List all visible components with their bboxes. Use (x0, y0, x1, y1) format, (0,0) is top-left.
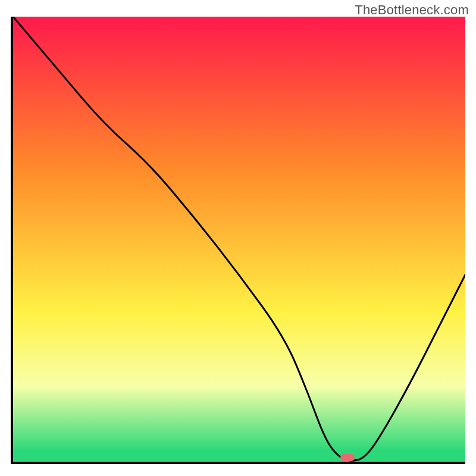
plot-area (13, 17, 465, 462)
watermark-text: TheBottleneck.com (355, 2, 469, 18)
optimal-marker (340, 454, 355, 461)
chart-frame (11, 17, 465, 464)
bottleneck-chart: TheBottleneck.com (0, 0, 476, 476)
bottleneck-curve (13, 17, 465, 462)
